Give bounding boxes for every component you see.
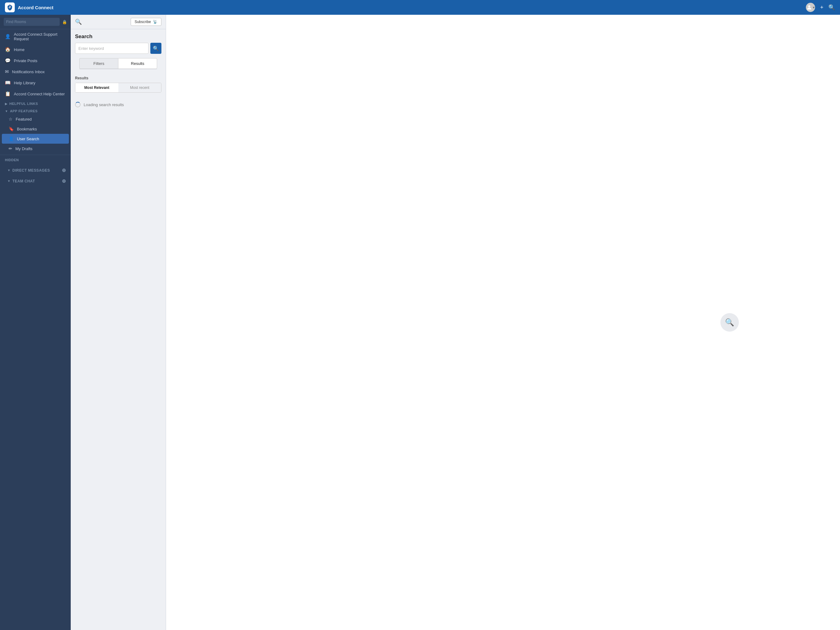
results-section: Results Most Relevant Most recent: [71, 72, 166, 99]
team-chat-row[interactable]: ▼ TEAM CHAT ⊕: [0, 176, 71, 187]
app-logo: [5, 2, 15, 12]
sidebar-label-bookmarks: Bookmarks: [17, 127, 37, 131]
subscribe-button[interactable]: Subscribe 📡: [131, 18, 161, 26]
user-search-icon: 👤: [9, 136, 14, 141]
loading-spinner: [75, 102, 81, 108]
sidebar-label-featured: Featured: [16, 117, 32, 122]
loading-row: Loading search results: [71, 99, 166, 111]
sidebar-label-my-drafts: My Drafts: [15, 146, 33, 151]
support-request-icon: 👤: [5, 34, 11, 40]
header-icons: ▼ + 🔍: [806, 3, 835, 12]
sidebar-item-help-library[interactable]: 📖 Help Library: [0, 77, 71, 88]
right-panel-search-icon: 🔍: [720, 313, 739, 332]
add-button[interactable]: +: [820, 5, 823, 10]
panel-search-icon: 🔍: [75, 19, 82, 25]
sidebar-label-user-search: User Search: [17, 136, 39, 141]
sidebar-label-home: Home: [14, 47, 25, 52]
sidebar-label-help-center: Accord Connect Help Center: [14, 92, 65, 96]
app-features-section[interactable]: ▼ APP FEATURES: [0, 107, 71, 114]
sidebar-item-bookmarks[interactable]: 🔖 Bookmarks: [0, 124, 71, 134]
my-drafts-icon: ✏: [9, 146, 12, 151]
sidebar-item-private-posts[interactable]: 💬 Private Posts: [0, 55, 71, 66]
team-chat-label: TEAM CHAT: [12, 179, 35, 184]
sidebar-item-featured[interactable]: ☆ Featured: [0, 114, 71, 124]
dm-add-button[interactable]: ⊕: [62, 167, 66, 173]
sidebar-item-home[interactable]: 🏠 Home: [0, 44, 71, 55]
featured-icon: ☆: [9, 117, 13, 122]
notifications-icon: ✉: [5, 69, 9, 74]
app-features-label: APP FEATURES: [10, 109, 38, 113]
find-rooms-input[interactable]: [4, 18, 60, 26]
svg-point-1: [808, 5, 810, 7]
lock-icon: 🔒: [62, 20, 67, 24]
middle-panel-header: 🔍 Subscribe 📡: [71, 15, 166, 29]
bookmarks-icon: 🔖: [9, 127, 14, 131]
tc-add-button[interactable]: ⊕: [62, 178, 66, 184]
search-input-row: 🔍: [75, 43, 161, 54]
app-features-chevron: ▼: [5, 109, 8, 113]
subscribe-label: Subscribe: [135, 20, 151, 24]
tab-filters[interactable]: Filters: [79, 58, 118, 69]
top-header: Accord Connect ▼ + 🔍: [0, 0, 840, 15]
sidebar-item-my-drafts[interactable]: ✏ My Drafts: [0, 144, 71, 154]
header-search-button[interactable]: 🔍: [828, 5, 835, 10]
helpful-links-label: HELPFUL LINKS: [9, 102, 38, 106]
sort-most-recent[interactable]: Most recent: [118, 83, 161, 92]
sidebar-item-support-request[interactable]: 👤 Accord Connect Support Request: [0, 29, 71, 44]
sidebar-item-user-search[interactable]: 👤 User Search: [2, 134, 69, 144]
private-posts-icon: 💬: [5, 58, 11, 63]
right-panel: 🔍: [166, 15, 840, 630]
direct-messages-label: DIRECT MESSAGES: [12, 168, 50, 173]
main-layout: 🔒 👤 Accord Connect Support Request 🏠 Hom…: [0, 15, 840, 630]
sidebar-search-area: 🔒: [0, 15, 71, 29]
rss-icon: 📡: [153, 20, 158, 24]
results-label: Results: [75, 76, 161, 80]
tab-results[interactable]: Results: [118, 58, 157, 69]
keyword-input[interactable]: [75, 43, 148, 54]
tc-chevron: ▼: [7, 179, 11, 183]
search-title: Search: [75, 33, 161, 40]
direct-messages-row[interactable]: ▼ DIRECT MESSAGES ⊕: [0, 165, 71, 176]
sidebar-label-notifications: Notifications Inbox: [12, 70, 44, 74]
sort-most-relevant[interactable]: Most Relevant: [75, 83, 118, 92]
sort-tabs: Most Relevant Most recent: [75, 83, 161, 93]
home-icon: 🏠: [5, 47, 11, 52]
avatar[interactable]: ▼: [806, 3, 815, 12]
filter-results-tabs-area: Filters Results: [71, 58, 166, 72]
sidebar-item-help-center[interactable]: 📋 Accord Connect Help Center: [0, 88, 71, 99]
sidebar-label-private-posts: Private Posts: [14, 59, 38, 63]
middle-panel: 🔍 Subscribe 📡 Search 🔍 Filters Results R…: [71, 15, 166, 630]
search-area: Search 🔍: [71, 29, 166, 58]
filter-results-tabs: Filters Results: [79, 58, 157, 69]
hidden-section: HIDDEN ▼ DIRECT MESSAGES ⊕ ▼ TEAM CHAT ⊕: [0, 155, 71, 187]
sidebar-label-help-library: Help Library: [14, 81, 35, 85]
hidden-label: HIDDEN: [5, 158, 19, 162]
hidden-header[interactable]: HIDDEN: [0, 155, 71, 165]
dm-chevron: ▼: [7, 169, 11, 172]
app-title: Accord Connect: [18, 5, 803, 10]
help-library-icon: 📖: [5, 80, 11, 85]
sidebar-item-notifications-inbox[interactable]: ✉ Notifications Inbox: [0, 66, 71, 77]
sidebar-label-support-request: Accord Connect Support Request: [14, 32, 66, 41]
helpful-links-chevron: ▶: [5, 102, 8, 106]
keyword-search-button[interactable]: 🔍: [150, 43, 161, 54]
loading-text: Loading search results: [84, 103, 124, 107]
help-center-icon: 📋: [5, 91, 11, 97]
helpful-links-section[interactable]: ▶ HELPFUL LINKS: [0, 99, 71, 107]
sidebar: 🔒 👤 Accord Connect Support Request 🏠 Hom…: [0, 15, 71, 630]
